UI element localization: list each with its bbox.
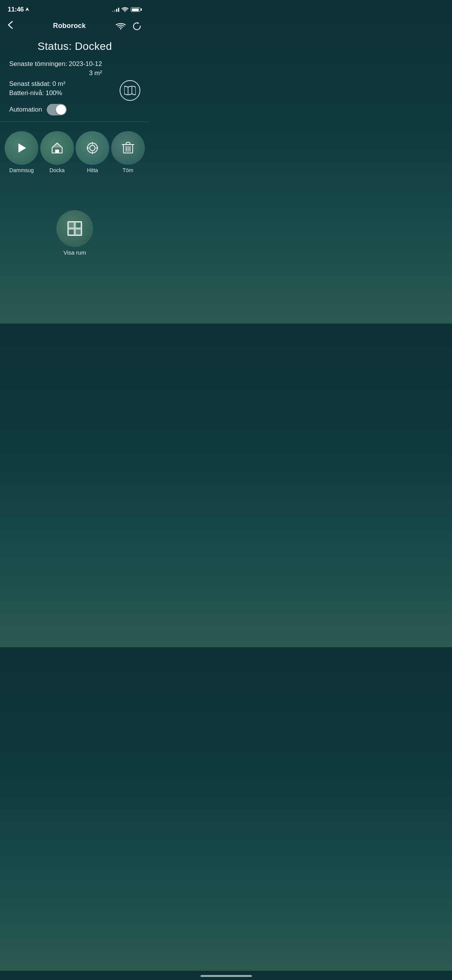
nav-actions — [116, 21, 142, 31]
last-cleaned-row: Senast städat: 0 m² — [9, 80, 66, 88]
battery-label: Batteri-nivå: — [9, 89, 44, 97]
svg-marker-6 — [18, 143, 26, 153]
toggle-knob — [56, 105, 66, 115]
floorplan-icon — [66, 220, 83, 237]
svg-rect-28 — [76, 229, 81, 235]
tom-button[interactable]: Töm — [111, 131, 145, 173]
signal-icon — [112, 7, 119, 12]
hitta-label: Hitta — [87, 167, 98, 173]
home-icon — [51, 141, 64, 155]
dammsug-button[interactable]: Dammsug — [5, 131, 38, 173]
battery-value: 100% — [46, 89, 62, 97]
page-title: Roborock — [53, 22, 86, 30]
hitta-button[interactable]: Hitta — [76, 131, 109, 173]
visa-rum-button[interactable]: Visa rum — [56, 210, 93, 256]
dammsug-label: Dammsug — [9, 167, 34, 173]
docka-circle — [40, 131, 74, 165]
last-emptied-info: Senaste tömningen: 2023-10-12 3 m² — [9, 60, 102, 77]
map-icon-button[interactable] — [120, 80, 140, 101]
stats-section: Senast städat: 0 m² Batteri-nivå: 100% — [9, 80, 140, 101]
stats-info: Senast städat: 0 m² Batteri-nivå: 100% — [9, 80, 66, 99]
last-emptied-date: 2023-10-12 — [69, 60, 102, 68]
svg-rect-27 — [69, 222, 74, 228]
status-bar: 11:46 — [0, 0, 150, 17]
last-emptied-section: Senaste tömningen: 2023-10-12 3 m² — [9, 60, 140, 77]
dammsug-circle — [5, 131, 38, 165]
back-button[interactable] — [8, 20, 23, 32]
center-area: Visa rum — [0, 179, 150, 271]
svg-rect-24 — [76, 222, 81, 228]
last-cleaned-value: 0 m² — [53, 80, 66, 88]
svg-rect-25 — [69, 229, 74, 235]
last-emptied-area: 3 m² — [9, 69, 102, 77]
hitta-circle — [76, 131, 109, 165]
docka-button[interactable]: Docka — [40, 131, 74, 173]
location-arrow-icon — [25, 7, 29, 12]
target-icon — [86, 141, 99, 155]
last-cleaned-label: Senast städat: — [9, 80, 51, 88]
trash-icon — [122, 141, 134, 155]
wifi-status-icon — [122, 7, 128, 12]
battery-icon — [131, 7, 142, 12]
emptied-area-value: 3 m² — [89, 69, 102, 77]
divider — [0, 122, 150, 122]
battery-row: Batteri-nivå: 100% — [9, 89, 66, 97]
svg-marker-3 — [124, 86, 136, 95]
automation-label: Automation — [9, 106, 42, 113]
visa-rum-label: Visa rum — [64, 249, 86, 256]
main-content: Status: Docked Senaste tömningen: 2023-1… — [0, 36, 150, 115]
visa-rum-circle — [56, 210, 93, 247]
last-emptied-label: Senaste tömningen: — [9, 60, 67, 68]
tom-circle — [111, 131, 145, 165]
status-icons — [112, 7, 142, 12]
nav-bar: Roborock — [0, 17, 150, 36]
action-buttons-row: Dammsug Docka Hitta — [0, 128, 150, 179]
wifi-icon[interactable] — [116, 21, 126, 31]
play-icon — [15, 142, 28, 154]
svg-point-1 — [125, 11, 125, 12]
svg-marker-0 — [25, 7, 29, 11]
status-time: 11:46 — [8, 6, 29, 13]
automation-toggle[interactable] — [47, 104, 67, 115]
last-emptied-row: Senaste tömningen: 2023-10-12 — [9, 60, 102, 68]
refresh-icon[interactable] — [132, 21, 142, 31]
status-title: Status: Docked — [9, 40, 140, 53]
svg-point-9 — [90, 145, 95, 151]
svg-rect-7 — [56, 150, 59, 153]
docka-label: Docka — [49, 167, 65, 173]
automation-row: Automation — [9, 104, 140, 115]
time-display: 11:46 — [8, 6, 24, 13]
tom-label: Töm — [123, 167, 133, 173]
svg-point-2 — [120, 28, 122, 30]
